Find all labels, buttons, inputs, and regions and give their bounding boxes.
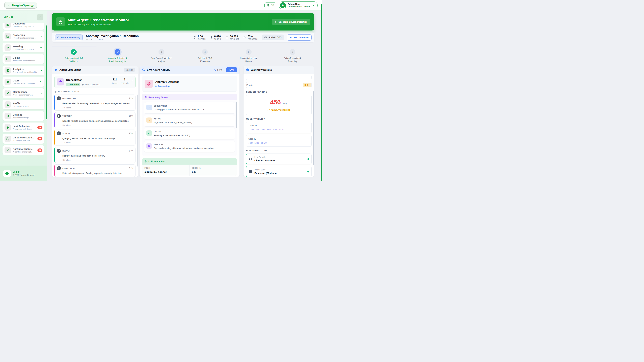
agents-panel-scrollbar[interactable] bbox=[137, 94, 138, 167]
stream-item-text: ml_model.predict(time_series_features) bbox=[154, 121, 192, 124]
agent-executions-panel: Agent Executions 5 agents Orchestrator C… bbox=[52, 66, 138, 177]
workflow-details-panel: Workflow Details Priority HIGH SENSOR RE… bbox=[244, 66, 314, 177]
workflow-stat: 6,620 TOKENS bbox=[210, 35, 221, 40]
sidebar-item[interactable]: Maintenance Work order management bbox=[2, 88, 44, 98]
sidebar-item[interactable]: Leak Detection AI-powered leak dete... A… bbox=[2, 122, 44, 132]
step-label: Human-in-the-Loop Review bbox=[238, 57, 260, 63]
skip-to-review-button[interactable]: Skip to Review bbox=[287, 34, 312, 40]
sidebar-item-sublabel: Work order management bbox=[13, 94, 38, 96]
stream-item-type: ACTION bbox=[154, 118, 192, 120]
step-label: Solution & ESG Evaluation bbox=[194, 57, 216, 63]
reasoning-chain-item[interactable]: THOUGHT 88% Need to validate input data … bbox=[54, 112, 136, 128]
sidebar-item[interactable]: Settings Application settings bbox=[2, 111, 44, 121]
cost-icon bbox=[226, 36, 228, 39]
sidebar-item-sublabel: Invoice and payment mana... bbox=[13, 60, 38, 62]
sensor-delta: +221% vs baseline bbox=[248, 109, 309, 111]
infra-value: Claude 3.5 Sonnet bbox=[254, 159, 276, 162]
workflow-step[interactable]: 3 Root Cause & Weather Analysis bbox=[139, 49, 183, 63]
chain-step-text: Data validation passed. Routing to paral… bbox=[62, 172, 133, 175]
flow-view-button[interactable]: Flow bbox=[214, 68, 222, 71]
sidebar-item[interactable]: Dispute Resoluti... AI billing dispute i… bbox=[2, 134, 44, 144]
brand-logo[interactable]: Nexgile-Synergy bbox=[4, 2, 37, 8]
infra-label: LLM Provider bbox=[254, 156, 276, 158]
sensor-unit: L/day bbox=[282, 102, 287, 105]
stat-value: 6,620 bbox=[214, 35, 221, 38]
sidebar-item-label: Profile bbox=[13, 102, 42, 105]
healthy-status-dot bbox=[308, 158, 309, 160]
chain-step-confidence: 95% bbox=[129, 132, 133, 135]
sidebar-item[interactable]: Profile User profile settings bbox=[2, 100, 44, 109]
language-button[interactable]: DE bbox=[264, 2, 276, 8]
infra-value: Pinecone (23 docs) bbox=[254, 172, 276, 174]
workflow-step[interactable]: Data Ingestion & IoT Validation bbox=[52, 49, 96, 63]
sidebar-item[interactable]: Billing Invoice and payment mana... bbox=[2, 54, 44, 64]
sidebar-item-sublabel: Application settings bbox=[13, 117, 42, 119]
trace-id-card: Trace ID trace-1767113349514-0vnbt9hju bbox=[246, 122, 312, 133]
show-logs-button[interactable]: SHOW LOGS bbox=[262, 34, 284, 40]
sidebar-item[interactable]: Properties Property portfolio manage... bbox=[2, 31, 44, 41]
sidebar-item-sublabel: Smart meter management bbox=[13, 48, 38, 50]
chain-step-text: Received alert for anomaly detection in … bbox=[62, 102, 133, 105]
stream-item-text: Loading pre-trained anomaly detection mo… bbox=[154, 108, 204, 111]
live-agent-activity-panel: Live Agent Activity Flow Live Anomaly De… bbox=[140, 66, 240, 177]
ai-badge: AI bbox=[38, 137, 42, 140]
details-panel-title: Workflow Details bbox=[251, 68, 272, 71]
step-circle bbox=[115, 49, 120, 55]
chain-step-text: Need to validate input data and determin… bbox=[62, 119, 133, 123]
workflow-step[interactable]: Anomaly Detection & Predictive Analysis bbox=[96, 49, 140, 63]
sidebar-item[interactable]: Dashboard Overview and key metrics bbox=[2, 23, 44, 30]
dashboard-icon bbox=[6, 23, 10, 27]
orchestrator-card[interactable]: Orchestrator COMPLETED 95% confidence 91… bbox=[54, 76, 136, 88]
stream-item: ACTION ml_model.predict(time_series_feat… bbox=[144, 115, 235, 126]
live-view-button[interactable]: Live bbox=[226, 67, 237, 72]
chevron-down-icon[interactable] bbox=[130, 80, 133, 82]
users-icon bbox=[6, 80, 10, 84]
workflow-stat: $0.099 EST. COST bbox=[226, 35, 239, 40]
sidebar: MENU Dashboard Overview and key metrics … bbox=[0, 11, 47, 181]
robot-icon bbox=[54, 68, 58, 71]
span-id-card: Span ID span-nvcs4q4x3w bbox=[246, 135, 312, 147]
reasoning-chain-item[interactable]: ACTION 95% Querying sensor data API for … bbox=[54, 130, 136, 145]
sidebar-item-label: Properties bbox=[13, 34, 38, 36]
trend-up-icon bbox=[267, 109, 270, 111]
infrastructure-item: LLM Provider Claude 3.5 Sonnet bbox=[246, 153, 312, 164]
sidebar-item[interactable]: Portfolio Optimi... AI portfolio energy … bbox=[2, 145, 44, 155]
reasoning-chain-item[interactable]: RESULT 94% Retrieved 24 data points from… bbox=[54, 147, 136, 163]
workflow-status-badge: Workflow Running bbox=[55, 34, 83, 40]
workflow-step[interactable]: 5 Human-in-the-Loop Review bbox=[227, 49, 271, 63]
sidebar-item[interactable]: Metering Smart meter management bbox=[2, 43, 44, 52]
info-icon bbox=[246, 68, 249, 71]
check-icon bbox=[116, 51, 119, 53]
sidebar-scrollbar[interactable] bbox=[46, 25, 47, 119]
main-content: Multi-Agent Orchestration Monitor Real-t… bbox=[47, 11, 322, 181]
page-scrollbar[interactable] bbox=[321, 4, 322, 181]
workflow-step[interactable]: 6 Action Execution & Reporting bbox=[270, 49, 314, 63]
chain-step-tokens: 156 tokens bbox=[62, 159, 133, 161]
workflow-step[interactable]: 4 Solution & ESG Evaluation bbox=[183, 49, 227, 63]
play-icon bbox=[148, 119, 150, 122]
user-menu[interactable]: A Admin User SYSTEM ADMINISTRATOR bbox=[279, 1, 318, 9]
stat-label: ELAPSED bbox=[198, 38, 206, 40]
token-icon bbox=[210, 36, 213, 39]
workflow-status-bar: Workflow Running Anomaly Investigation &… bbox=[52, 32, 314, 42]
details-panel-scrollbar[interactable] bbox=[313, 91, 314, 165]
sidebar-collapse-button[interactable] bbox=[37, 14, 43, 20]
reasoning-chain-item[interactable]: REFLECTION 91% Data validation passed. R… bbox=[54, 164, 136, 177]
eye-icon bbox=[148, 106, 150, 109]
stream-scrollbar[interactable] bbox=[236, 102, 237, 128]
active-agent-status: Processing... bbox=[155, 85, 179, 87]
infrastructure-list: LLM Provider Claude 3.5 Sonnet Vector St… bbox=[246, 153, 312, 177]
chain-step-type: REFLECTION bbox=[62, 167, 75, 169]
scenario-button[interactable]: Scenario 1: Leak Detection bbox=[272, 19, 310, 25]
reasoning-chain-item[interactable]: OBSERVATION 92% Received alert for anoma… bbox=[54, 94, 136, 110]
page-subtitle: Real-time visibility into AI agent colla… bbox=[68, 23, 129, 26]
sidebar-item[interactable]: Users User and access managem... bbox=[2, 77, 44, 87]
avatar: A bbox=[280, 2, 286, 8]
sidebar-menu-list: Dashboard Overview and key metrics Prope… bbox=[0, 23, 47, 166]
chain-step-confidence: 92% bbox=[129, 97, 133, 99]
sidebar-item[interactable]: Analytics Energy analytics and insights bbox=[2, 65, 44, 75]
anomaly-detector-icon bbox=[146, 82, 151, 86]
llm-calls-value: 3 bbox=[121, 78, 128, 81]
chain-step-type: THOUGHT bbox=[62, 115, 72, 117]
droplet-icon bbox=[275, 21, 277, 23]
